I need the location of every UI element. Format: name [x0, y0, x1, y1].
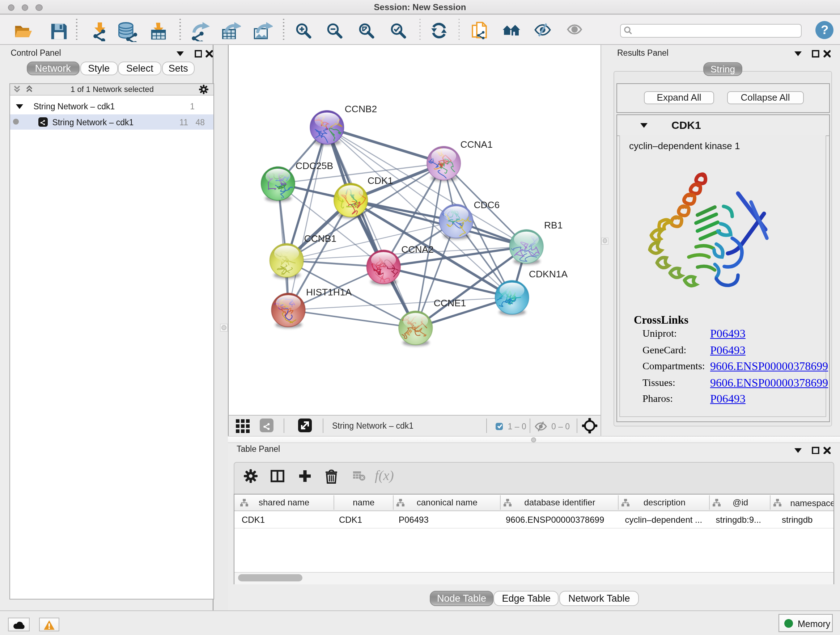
svg-text:CCNA1: CCNA1 [460, 139, 492, 150]
svg-text:CCNA2: CCNA2 [401, 244, 433, 255]
svg-text:CCNB2: CCNB2 [344, 103, 377, 114]
svg-text:CDKN1A: CDKN1A [529, 269, 567, 279]
svg-text:CDC25B: CDC25B [295, 160, 333, 171]
svg-text:HIST1H1A: HIST1H1A [306, 287, 352, 298]
svg-text:CDC6: CDC6 [473, 200, 499, 211]
svg-text:CDK1: CDK1 [367, 175, 393, 186]
svg-text:CCNB1: CCNB1 [304, 233, 336, 244]
svg-text:CCNE1: CCNE1 [433, 298, 466, 309]
svg-text:RB1: RB1 [544, 220, 562, 231]
